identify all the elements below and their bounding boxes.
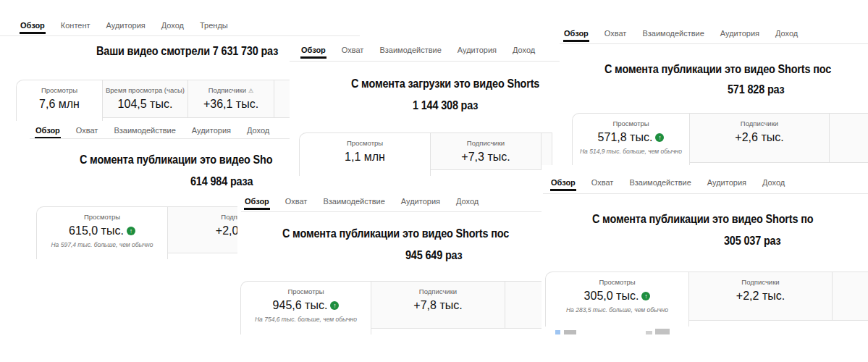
tab-reach[interactable]: Охват	[75, 126, 99, 139]
metric-label: Просмотры	[17, 86, 102, 94]
metric-chip-views[interactable]: Просмотры 305,0 тыс.↑ На 283,5 тыс. боль…	[545, 272, 689, 327]
metric-label: Подписчики	[690, 119, 829, 127]
metric-value: 7,6 млн	[17, 98, 102, 111]
metric-value: 571,8 тыс.↑	[573, 131, 689, 144]
metric-label: Просмотры	[241, 287, 371, 295]
clipped-legend-fragment	[655, 329, 670, 334]
tab-revenue[interactable]: Доход	[161, 21, 185, 34]
metric-value: +7,3 тыс.	[431, 151, 541, 164]
headline-views-line2: 945 649 раз	[405, 248, 463, 264]
metrics-card: Просмотры 305,0 тыс.↑ На 283,5 тыс. боль…	[545, 272, 868, 327]
headline-views-line1: С момента публикации это видео Shorts по…	[604, 62, 831, 77]
headline-views-line1: С момента публикации это видео Shorts по…	[282, 226, 509, 242]
panel-shorts-overview: Обзор Охват Взаимодействие Аудитория Дох…	[560, 20, 868, 165]
metric-label: Подписчики	[371, 287, 505, 295]
tab-audience[interactable]: Аудитория	[707, 178, 747, 191]
tab-audience[interactable]: Аудитория	[457, 46, 497, 59]
headline-views-line2: 571 828 раз	[728, 82, 785, 98]
tab-bar: Обзор Охват Взаимодействие Аудитория Дох…	[550, 178, 785, 191]
metric-chip-clipped[interactable]	[833, 272, 868, 321]
tab-reach[interactable]: Охват	[591, 178, 615, 191]
tabbar-divider	[543, 193, 868, 194]
metric-chip-subscribers[interactable]: Подписчики +7,8 тыс.	[371, 281, 505, 329]
metric-chip-subscribers[interactable]: Подписчики +2,2 тыс.	[689, 272, 833, 321]
metric-note: На 597,4 тыс. больше, чем обычно	[37, 241, 167, 248]
metric-chip-subscribers[interactable]: Подписчики⚠ +36,1 тыс.	[188, 80, 274, 118]
tab-engagement[interactable]: Взаимодействие	[628, 178, 691, 191]
metric-chip-views[interactable]: Просмотры 571,8 тыс.↑ На 514,9 тыс. боль…	[572, 113, 690, 165]
metric-note: На 754,6 тыс. больше, чем обычно	[241, 316, 371, 323]
tabbar-divider	[30, 138, 297, 139]
trend-up-icon: ↑	[127, 227, 135, 235]
panel-shorts-overview: Обзор Охват Взаимодействие Аудитория Дох…	[290, 36, 561, 190]
tab-engagement[interactable]: Взаимодействие	[641, 29, 704, 42]
tab-overview[interactable]: Обзор	[35, 126, 61, 139]
metric-label: Время просмотра (часы)	[103, 86, 187, 94]
metrics-card: Просмотры 1,1 млн Подписчики +7,3 тыс.	[299, 132, 552, 176]
clipped-legend-fragment	[646, 331, 652, 334]
tab-content[interactable]: Контент	[60, 21, 91, 34]
tab-overview[interactable]: Обзор	[244, 197, 270, 210]
metric-label: Подписчики	[689, 278, 832, 286]
metric-label: Просмотры	[546, 278, 688, 286]
tab-audience[interactable]: Аудитория	[400, 197, 441, 210]
trend-up-icon: ↑	[330, 301, 339, 310]
metric-note: На 514,9 тыс. больше, чем обычно	[573, 148, 689, 155]
tab-overview[interactable]: Обзор	[563, 29, 589, 42]
headline-views-line1: С момента публикации это видео Sho	[80, 152, 272, 168]
headline-views-line1: С момента публикации это видео Shorts по	[592, 211, 813, 227]
clipped-legend-color-swatch	[555, 330, 560, 334]
metric-value: +2,2 тыс.	[689, 290, 832, 303]
metric-chip-views[interactable]: Просмотры 7,6 млн	[16, 80, 103, 121]
tab-reach[interactable]: Охват	[341, 46, 365, 59]
headline-total-views: Ваши видео смотрели 7 631 730 раз	[96, 43, 278, 59]
tab-overview[interactable]: Обзор	[20, 21, 46, 34]
tab-revenue[interactable]: Доход	[455, 197, 479, 210]
tab-bar: Обзор Охват Взаимодействие Аудитория Дох…	[35, 126, 270, 139]
tab-revenue[interactable]: Доход	[775, 29, 799, 42]
tab-bar: Обзор Охват Взаимодействие Аудитория Дох…	[244, 197, 479, 210]
tab-audience[interactable]: Аудитория	[106, 21, 146, 34]
tab-reach[interactable]: Охват	[604, 29, 628, 42]
metric-value: +7,8 тыс.	[371, 299, 505, 312]
metric-chip-views[interactable]: Просмотры 945,6 тыс.↑ На 754,6 тыс. боль…	[240, 281, 371, 334]
tab-revenue[interactable]: Доход	[762, 178, 785, 191]
metric-chip-clipped[interactable]	[830, 113, 868, 163]
tab-engagement[interactable]: Взаимодействие	[379, 46, 442, 59]
metric-label: Подписчики⚠	[188, 86, 274, 94]
trend-up-icon: ↑	[641, 292, 650, 300]
tab-audience[interactable]: Аудитория	[720, 29, 760, 42]
tab-revenue[interactable]: Доход	[246, 126, 270, 139]
clipped-legend-fragment	[564, 330, 576, 334]
metric-label: Подписчики	[431, 139, 541, 147]
metric-value: 615,0 тыс.↑	[37, 224, 167, 237]
metric-label: Просмотры	[37, 213, 167, 221]
metric-value: +36,1 тыс.	[188, 98, 274, 111]
headline-views-line2: 614 984 раза	[190, 174, 253, 190]
headline-views-line2: 1 144 308 раз	[413, 98, 478, 114]
metric-chip-views[interactable]: Просмотры 615,0 тыс.↑ На 597,4 тыс. боль…	[36, 206, 168, 259]
metric-chip-views[interactable]: Просмотры 1,1 млн	[299, 132, 431, 176]
tab-overview[interactable]: Обзор	[300, 46, 326, 59]
tabbar-divider	[290, 61, 561, 62]
tab-audience[interactable]: Аудитория	[191, 126, 232, 139]
headline-views-line1: С момента загрузки это видео Shorts	[351, 76, 539, 92]
metric-chip-subscribers[interactable]: Подписчики +2,6 тыс.	[690, 113, 830, 163]
tab-engagement[interactable]: Взаимодействие	[113, 126, 176, 139]
tab-overview[interactable]: Обзор	[550, 178, 576, 191]
tab-bar: Обзор Охват Взаимодействие Аудитория Дох…	[563, 29, 799, 42]
tab-bar: Обзор Контент Аудитория Доход Тренды	[20, 21, 229, 34]
tab-reach[interactable]: Охват	[285, 197, 308, 210]
tab-engagement[interactable]: Взаимодействие	[322, 197, 385, 210]
metric-value: 104,5 тыс.	[103, 98, 187, 111]
metrics-card: Просмотры 571,8 тыс.↑ На 514,9 тыс. боль…	[572, 113, 868, 165]
headline-views-line2: 305 037 раз	[724, 233, 781, 249]
metric-label: Просмотры	[300, 139, 430, 147]
metric-value: 1,1 млн	[300, 151, 430, 164]
metric-chip-watch-time[interactable]: Время просмотра (часы) 104,5 тыс.	[103, 80, 188, 118]
tabbar-divider	[560, 43, 868, 44]
trend-up-icon: ↑	[655, 133, 664, 142]
metric-chip-subscribers[interactable]: Подписчики +7,3 тыс.	[431, 132, 542, 170]
tab-trends[interactable]: Тренды	[199, 21, 229, 34]
tab-revenue[interactable]: Доход	[512, 46, 536, 59]
